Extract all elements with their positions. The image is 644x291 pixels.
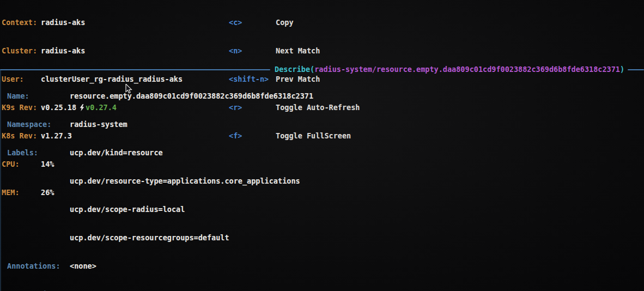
hotkey-row: <c>Copy [229, 18, 360, 27]
mouse-cursor-icon [107, 75, 114, 84]
context-label: Context: [2, 18, 41, 27]
describe-line: ucp.dev/scope-radius=local [0, 205, 644, 214]
describe-line: Name:resource.empty.daa809c01cd9f0023882… [0, 92, 644, 101]
describe-line: Labels:ucp.dev/kind=resource [0, 148, 644, 157]
cluster-value: radius-aks [41, 46, 85, 55]
title-rule-left [0, 69, 270, 70]
cluster-row: Cluster:radius-aks [2, 46, 183, 56]
title-rule-right [628, 69, 644, 70]
describe-line: ucp.dev/resource-type=applications.core_… [0, 177, 644, 186]
hotkey-copy: <c> [229, 18, 276, 27]
cluster-label: Cluster: [2, 46, 41, 56]
describe-line: Namespace:radius-system [0, 120, 644, 129]
context-row: Context:radius-aks [2, 18, 183, 27]
describe-content[interactable]: Name:resource.empty.daa809c01cd9f0023882… [0, 72, 644, 291]
hotkey-next-match-action: Next Match [276, 46, 320, 55]
describe-line: ucp.dev/scope-resourcegroups=default [0, 233, 644, 242]
k9s-terminal[interactable]: Context:radius-aks Cluster:radius-aks Us… [0, 0, 644, 291]
hotkey-row: <n>Next Match [229, 46, 360, 56]
hotkey-copy-action: Copy [276, 18, 294, 27]
describe-line: Annotations:<none> [0, 262, 644, 271]
context-value: radius-aks [41, 18, 85, 27]
hotkey-next-match: <n> [229, 46, 276, 56]
